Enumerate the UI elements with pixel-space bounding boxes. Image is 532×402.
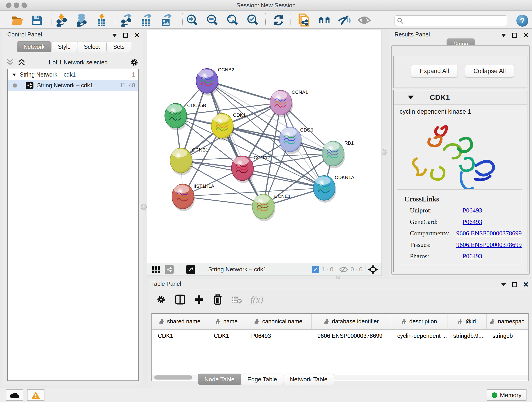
undock-panel-icon[interactable] bbox=[512, 282, 517, 287]
left-splitter-handle[interactable] bbox=[141, 204, 147, 210]
delete-table-icon[interactable] bbox=[231, 295, 242, 304]
collapse-entry-icon[interactable] bbox=[408, 96, 414, 99]
warning-status-button[interactable] bbox=[27, 389, 44, 401]
hide-selected-icon[interactable] bbox=[338, 14, 351, 27]
node-table[interactable]: shared namenamecanonical namedatabase id… bbox=[152, 313, 529, 381]
collapse-all-icon[interactable] bbox=[6, 58, 14, 66]
home-pages-icon[interactable] bbox=[318, 14, 331, 27]
zoom-fit-icon[interactable] bbox=[226, 14, 239, 27]
delete-column-icon[interactable] bbox=[213, 294, 222, 305]
column-header-description[interactable]: description bbox=[391, 314, 447, 329]
import-network-database-icon[interactable] bbox=[75, 14, 88, 27]
float-panel-icon[interactable] bbox=[501, 34, 506, 37]
tree-expand-icon[interactable] bbox=[12, 73, 17, 77]
undock-panel-icon[interactable] bbox=[512, 33, 517, 38]
help-button[interactable]: ? bbox=[516, 15, 528, 27]
tab-style[interactable]: Style bbox=[51, 41, 77, 52]
network-tree-root-row[interactable]: String Network – cdk1 1 bbox=[8, 69, 138, 80]
network-node-rb1[interactable]: RB1 bbox=[322, 140, 354, 168]
zoom-in-icon[interactable] bbox=[186, 14, 199, 27]
network-node-cdc6[interactable]: CDC6 bbox=[279, 127, 313, 154]
refresh-icon[interactable] bbox=[272, 14, 285, 27]
search-box[interactable] bbox=[394, 15, 507, 26]
tab-select[interactable]: Select bbox=[77, 41, 106, 52]
show-eye-icon[interactable] bbox=[358, 14, 371, 27]
bottom-splitter-handle[interactable] bbox=[336, 275, 340, 279]
export-table-icon[interactable] bbox=[140, 14, 152, 27]
column-header--id[interactable]: @id bbox=[447, 314, 486, 329]
crosslink-value-link[interactable]: 9606.ENSP00000378699 bbox=[456, 241, 522, 249]
share-view-icon[interactable] bbox=[165, 265, 174, 274]
search-input[interactable] bbox=[405, 17, 506, 25]
expand-all-icon[interactable] bbox=[17, 58, 26, 66]
network-node-cdkn1a[interactable]: CDKN1A bbox=[313, 175, 354, 203]
float-panel-icon[interactable] bbox=[501, 283, 506, 286]
crosslink-value-link[interactable]: 9606.ENSP00000378699 bbox=[456, 230, 522, 237]
crosslink-value-link[interactable]: P06493 bbox=[462, 207, 482, 214]
table-cell[interactable]: cyclin-dependent ... bbox=[391, 329, 447, 342]
network-canvas[interactable]: CCNB2CCNA1CDC25BCDK1CDC6RB1CCNB1CCNA2CDK… bbox=[147, 30, 382, 263]
zoom-selected-icon[interactable] bbox=[247, 14, 259, 27]
table-cell[interactable]: stringdb bbox=[486, 329, 528, 342]
network-edge[interactable] bbox=[242, 168, 324, 188]
function-builder-icon[interactable]: f(x) bbox=[250, 294, 263, 305]
tab-network[interactable]: Network bbox=[17, 41, 51, 52]
open-session-icon[interactable] bbox=[11, 14, 24, 27]
tab-network-table[interactable]: Network Table bbox=[283, 374, 334, 385]
table-cell[interactable]: P06493 bbox=[245, 329, 311, 342]
network-edge[interactable] bbox=[183, 196, 263, 206]
crosslink-value-link[interactable]: P06493 bbox=[462, 218, 482, 225]
tab-sets[interactable]: Sets bbox=[107, 41, 131, 52]
expand-all-button[interactable]: Expand All bbox=[411, 65, 458, 77]
table-cell[interactable]: CDK1 bbox=[208, 329, 245, 342]
network-tree-child-row[interactable]: String Network – cdk1 11 48 bbox=[8, 80, 138, 91]
column-header-shared-name[interactable]: shared name bbox=[152, 314, 208, 329]
network-options-gear-icon[interactable] bbox=[130, 58, 139, 67]
network-node-ccna2[interactable]: CCNA2 bbox=[231, 155, 270, 183]
network-graph[interactable]: CCNB2CCNA1CDC25BCDK1CDC6RB1CCNB1CCNA2CDK… bbox=[147, 30, 381, 263]
import-network-file-icon[interactable] bbox=[56, 14, 68, 27]
fit-crosshair-icon[interactable] bbox=[368, 265, 378, 274]
show-columns-icon[interactable] bbox=[175, 294, 185, 305]
undock-panel-icon[interactable] bbox=[123, 33, 128, 38]
close-panel-icon[interactable]: ✕ bbox=[523, 33, 529, 38]
column-header-canonical-name[interactable]: canonical name bbox=[245, 314, 311, 329]
column-header-namespac[interactable]: namespac bbox=[486, 314, 528, 329]
import-table-file-icon[interactable] bbox=[95, 14, 108, 27]
zoom-out-icon[interactable] bbox=[206, 14, 219, 27]
collapse-all-button[interactable]: Collapse All bbox=[465, 65, 514, 77]
crosslink-value-link[interactable]: P06493 bbox=[462, 253, 482, 260]
cloud-status-button[interactable] bbox=[6, 389, 23, 401]
grid-view-icon[interactable] bbox=[152, 265, 161, 274]
node-entry-header[interactable]: CDK1 bbox=[394, 90, 527, 105]
network-file-share-icon[interactable] bbox=[298, 14, 310, 27]
tab-node-table[interactable]: Node Table bbox=[198, 374, 241, 385]
memory-button[interactable]: Memory bbox=[487, 389, 526, 401]
column-header-name[interactable]: name bbox=[208, 314, 245, 329]
column-header-database-identifier[interactable]: database identifier bbox=[312, 314, 391, 329]
network-node-hist1h1a[interactable]: HIST1H1A bbox=[172, 183, 214, 211]
float-panel-icon[interactable] bbox=[112, 34, 117, 37]
export-image-icon[interactable] bbox=[160, 14, 173, 27]
table-cell[interactable]: stringdb:9... bbox=[447, 329, 486, 342]
table-options-gear-icon[interactable] bbox=[156, 294, 166, 305]
tab-edge-table[interactable]: Edge Table bbox=[241, 374, 284, 385]
close-panel-icon[interactable]: ✕ bbox=[523, 282, 529, 287]
network-node-ccnb2[interactable]: CCNB2 bbox=[196, 67, 234, 96]
table-row[interactable]: CDK1CDK1P064939606.ENSP00000378699cyclin… bbox=[152, 329, 528, 342]
network-node-ccne1[interactable]: CCNE1 bbox=[252, 193, 291, 221]
hidden-items-icon[interactable] bbox=[339, 266, 348, 273]
save-session-icon[interactable] bbox=[30, 14, 43, 27]
table-cell[interactable]: CDK1 bbox=[152, 329, 208, 342]
network-node-cdc25b[interactable]: CDC25B bbox=[165, 103, 206, 130]
export-network-icon[interactable] bbox=[120, 14, 133, 27]
birdseye-navigator-icon[interactable] bbox=[186, 265, 195, 274]
node-entry-description: cyclin-dependent kinase 1 bbox=[394, 105, 527, 117]
table-cell[interactable]: 9606.ENSP00000378699 bbox=[312, 329, 391, 342]
network-node-ccna1[interactable]: CCNA1 bbox=[270, 89, 308, 117]
network-edge[interactable] bbox=[207, 81, 263, 206]
selected-nodes-checkbox[interactable]: ✓ bbox=[312, 266, 319, 273]
crosslink-row: Pharos:P06493 bbox=[397, 250, 522, 262]
add-column-icon[interactable] bbox=[194, 294, 204, 305]
close-panel-icon[interactable]: ✕ bbox=[134, 33, 140, 38]
